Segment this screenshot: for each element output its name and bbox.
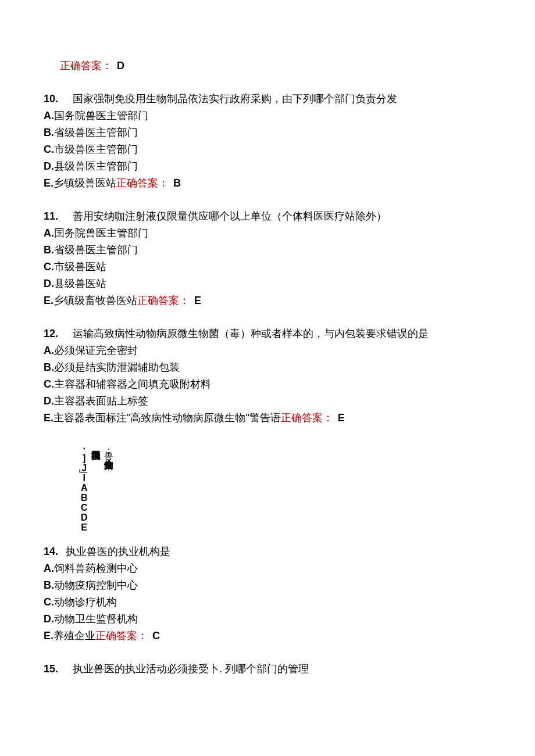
option-text: 省级兽医主管部门 [54,127,138,138]
option-d: D.主容器表面贴上标签 [44,393,491,409]
option-a: A.必须保证完全密封 [44,343,491,359]
option-letter: B. [44,579,54,591]
option-text: 主容器表面贴上标签 [54,395,148,407]
option-a: A.国务院兽医主管部门 [44,108,491,124]
previous-answer: 正确答案：D [44,58,491,74]
question-number: 12. [44,328,58,339]
option-text: 乡镇级畜牧兽医站 [54,295,137,306]
option-letter: C. [44,378,54,390]
rotated-col-1: 兽：业信众物会案 [103,443,114,453]
option-letter: C. [44,261,54,273]
question-15: 15. 执业兽医的执业活动必须接受卜. 列哪个部门的管理 [44,661,491,677]
option-text: 市级兽医主管部门 [54,144,138,155]
option-text: 乡镇级兽医站 [54,177,116,189]
rotated-text-block: ·]」JIABCDE 执擶节群动社踩工 兽：业信众物会案 [79,443,491,532]
option-letter: A. [44,345,54,356]
option-letter: B. [44,127,54,138]
option-a: A.国务院兽医主管部门 [44,225,491,241]
rotated-col-3: ·]」JIABCDE [79,443,90,532]
option-text: 国务院兽医主管部门 [54,110,148,121]
option-e: E.乡镇级兽医站正确答案：B [44,175,491,191]
question-text: 运输高致病性动物病原微生物菌（毒）种或者样本的，与内包装要求错误的是 [73,328,429,339]
option-a: A.饲料兽药检测中心 [44,561,491,576]
answer-label: 正确答案： [281,412,333,424]
option-letter: E. [44,412,54,424]
question-stem: 10. 国家强制免疫用生物制品依法实行政府采购，由下列哪个部门负责分发 [44,91,491,107]
option-c: C.市级兽医主管部门 [44,142,491,157]
option-text: 动物诊疗机构 [54,596,117,608]
question-stem: 15. 执业兽医的执业活动必须接受卜. 列哪个部门的管理 [44,661,491,677]
option-letter: C. [44,144,54,155]
answer-label: 正确答案： [60,60,112,71]
question-14: 14. 执业兽医的执业机构是 A.饲料兽药检测中心 B.动物疫病控制中心 C.动… [44,544,491,644]
option-text: 养殖企业 [54,630,95,642]
question-stem: 11. 善用安纳咖注射液仅限量供应哪个以上单位（个体料医医疗站除外） [44,209,491,224]
option-text: 市级兽医站 [54,261,106,273]
option-text: 主容器表面标注"高致病性动物病原微生物"警告语 [54,412,281,424]
option-c: C.市级兽医站 [44,259,491,275]
option-e: E.主容器表面标注"高致病性动物病原微生物"警告语正确答案：E [44,410,491,426]
question-stem: 14. 执业兽医的执业机构是 [44,544,491,560]
option-letter: A. [44,227,54,239]
question-12: 12. 运输高致病性动物病原微生物菌（毒）种或者样本的，与内包装要求错误的是 A… [44,326,491,426]
option-text: 必须是结实防泄漏辅助包装 [54,361,180,373]
option-letter: D. [44,395,54,407]
question-text: 执业兽医的执业机构是 [66,546,170,557]
option-d: D.县级兽医站 [44,276,491,292]
answer-label: 正确答案： [137,295,190,306]
question-stem: 12. 运输高致病性动物病原微生物菌（毒）种或者样本的，与内包装要求错误的是 [44,326,491,342]
option-text: 饲料兽药检测中心 [54,562,138,574]
option-letter: E. [44,630,54,642]
option-b: B.省级兽医主管部门 [44,242,491,258]
option-letter: D. [44,613,54,625]
option-letter: D. [44,160,54,172]
answer-value: B [173,177,181,189]
answer-value: D [117,60,124,71]
option-b: B.动物疫病控制中心 [44,578,491,593]
question-number: 14. [44,546,58,557]
option-letter: D. [44,278,54,289]
option-letter: C. [44,596,54,608]
option-d: D.动物卫生监督机构 [44,611,491,627]
option-e: E.养殖企业正确答案：C [44,628,491,644]
answer-label: 正确答案： [116,177,169,189]
option-c: C.动物诊疗机构 [44,594,491,610]
option-text: 省级兽医主管部门 [54,244,138,256]
answer-value: E [338,412,345,424]
question-number: 10. [44,93,58,105]
answer-label: 正确答案： [95,630,148,642]
question-10: 10. 国家强制免疫用生物制品依法实行政府采购，由下列哪个部门负责分发 A.国务… [44,91,491,191]
option-text: 必须保证完全密封 [54,345,138,356]
question-text: 执业兽医的执业活动必须接受卜. 列哪个部门的管理 [73,663,309,675]
option-b: B.必须是结实防泄漏辅助包装 [44,360,491,375]
option-letter: E. [44,177,54,189]
answer-value: E [194,295,201,306]
question-number: 15. [44,663,58,675]
option-text: 县级兽医站 [54,278,106,289]
question-text: 善用安纳咖注射液仅限量供应哪个以上单位（个体料医医疗站除外） [73,210,387,222]
option-letter: A. [44,562,54,574]
option-letter: B. [44,361,54,373]
option-text: 主容器和辅容器之间填充吸附材料 [54,378,211,390]
answer-value: C [152,630,160,642]
option-e: E.乡镇级畜牧兽医站正确答案：E [44,293,491,309]
option-d: D.县级兽医主管部门 [44,159,491,174]
option-text: 县级兽医主管部门 [54,160,138,172]
option-letter: A. [44,110,54,121]
option-letter: B. [44,244,54,256]
question-text: 国家强制免疫用生物制品依法实行政府采购，由下列哪个部门负责分发 [73,93,397,105]
question-11: 11. 善用安纳咖注射液仅限量供应哪个以上单位（个体料医医疗站除外） A.国务院… [44,209,491,309]
option-text: 国务院兽医主管部门 [54,227,148,239]
option-b: B.省级兽医主管部门 [44,125,491,141]
question-number: 11. [44,210,58,222]
option-letter: E. [44,295,54,306]
option-text: 动物疫病控制中心 [54,579,138,591]
option-text: 动物卫生监督机构 [54,613,138,625]
option-c: C.主容器和辅容器之间填充吸附材料 [44,377,491,392]
